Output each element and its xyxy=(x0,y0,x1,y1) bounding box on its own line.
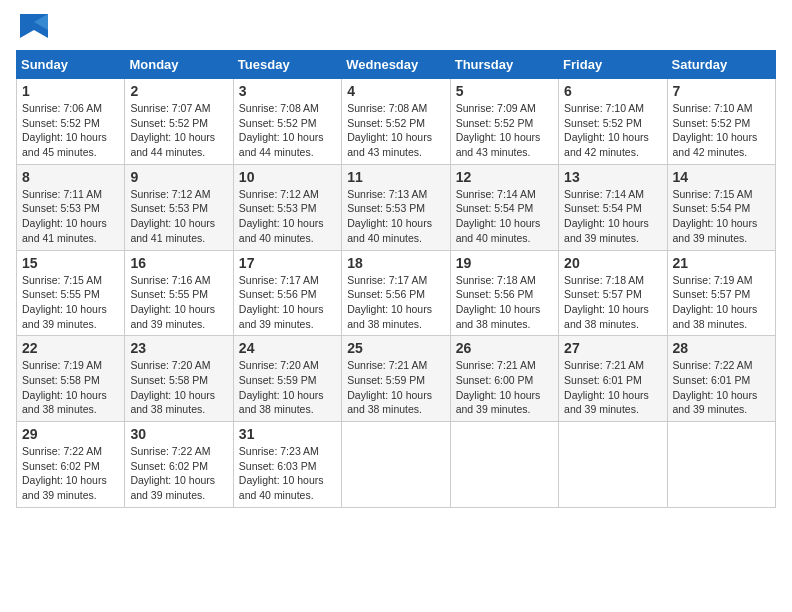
calendar-day-header: Sunday xyxy=(17,51,125,79)
logo xyxy=(16,16,52,40)
day-number: 27 xyxy=(564,340,661,356)
day-info: Sunrise: 7:18 AM Sunset: 5:57 PM Dayligh… xyxy=(564,274,649,330)
day-number: 28 xyxy=(673,340,770,356)
day-number: 24 xyxy=(239,340,336,356)
day-info: Sunrise: 7:08 AM Sunset: 5:52 PM Dayligh… xyxy=(347,102,432,158)
day-number: 3 xyxy=(239,83,336,99)
calendar-cell: 31 Sunrise: 7:23 AM Sunset: 6:03 PM Dayl… xyxy=(233,422,341,508)
day-number: 15 xyxy=(22,255,119,271)
calendar-cell: 20 Sunrise: 7:18 AM Sunset: 5:57 PM Dayl… xyxy=(559,250,667,336)
day-info: Sunrise: 7:12 AM Sunset: 5:53 PM Dayligh… xyxy=(130,188,215,244)
calendar-cell: 17 Sunrise: 7:17 AM Sunset: 5:56 PM Dayl… xyxy=(233,250,341,336)
calendar-day-header: Saturday xyxy=(667,51,775,79)
day-number: 10 xyxy=(239,169,336,185)
calendar-cell: 16 Sunrise: 7:16 AM Sunset: 5:55 PM Dayl… xyxy=(125,250,233,336)
day-info: Sunrise: 7:11 AM Sunset: 5:53 PM Dayligh… xyxy=(22,188,107,244)
calendar-cell xyxy=(667,422,775,508)
day-info: Sunrise: 7:17 AM Sunset: 5:56 PM Dayligh… xyxy=(239,274,324,330)
calendar-cell: 11 Sunrise: 7:13 AM Sunset: 5:53 PM Dayl… xyxy=(342,164,450,250)
day-info: Sunrise: 7:15 AM Sunset: 5:55 PM Dayligh… xyxy=(22,274,107,330)
day-number: 14 xyxy=(673,169,770,185)
calendar-header-row: SundayMondayTuesdayWednesdayThursdayFrid… xyxy=(17,51,776,79)
day-number: 7 xyxy=(673,83,770,99)
logo-icon xyxy=(16,12,52,40)
day-info: Sunrise: 7:21 AM Sunset: 6:01 PM Dayligh… xyxy=(564,359,649,415)
day-info: Sunrise: 7:13 AM Sunset: 5:53 PM Dayligh… xyxy=(347,188,432,244)
day-info: Sunrise: 7:17 AM Sunset: 5:56 PM Dayligh… xyxy=(347,274,432,330)
day-number: 12 xyxy=(456,169,553,185)
calendar-day-header: Friday xyxy=(559,51,667,79)
calendar-row: 22 Sunrise: 7:19 AM Sunset: 5:58 PM Dayl… xyxy=(17,336,776,422)
day-number: 6 xyxy=(564,83,661,99)
day-number: 16 xyxy=(130,255,227,271)
day-info: Sunrise: 7:12 AM Sunset: 5:53 PM Dayligh… xyxy=(239,188,324,244)
day-info: Sunrise: 7:10 AM Sunset: 5:52 PM Dayligh… xyxy=(673,102,758,158)
day-number: 29 xyxy=(22,426,119,442)
calendar-cell xyxy=(450,422,558,508)
calendar-cell: 29 Sunrise: 7:22 AM Sunset: 6:02 PM Dayl… xyxy=(17,422,125,508)
day-info: Sunrise: 7:18 AM Sunset: 5:56 PM Dayligh… xyxy=(456,274,541,330)
day-number: 2 xyxy=(130,83,227,99)
day-number: 9 xyxy=(130,169,227,185)
calendar-day-header: Thursday xyxy=(450,51,558,79)
day-info: Sunrise: 7:08 AM Sunset: 5:52 PM Dayligh… xyxy=(239,102,324,158)
calendar-cell: 6 Sunrise: 7:10 AM Sunset: 5:52 PM Dayli… xyxy=(559,79,667,165)
day-number: 31 xyxy=(239,426,336,442)
day-info: Sunrise: 7:15 AM Sunset: 5:54 PM Dayligh… xyxy=(673,188,758,244)
calendar-cell: 8 Sunrise: 7:11 AM Sunset: 5:53 PM Dayli… xyxy=(17,164,125,250)
day-info: Sunrise: 7:07 AM Sunset: 5:52 PM Dayligh… xyxy=(130,102,215,158)
day-number: 23 xyxy=(130,340,227,356)
calendar-cell: 21 Sunrise: 7:19 AM Sunset: 5:57 PM Dayl… xyxy=(667,250,775,336)
calendar-cell: 19 Sunrise: 7:18 AM Sunset: 5:56 PM Dayl… xyxy=(450,250,558,336)
day-info: Sunrise: 7:20 AM Sunset: 5:59 PM Dayligh… xyxy=(239,359,324,415)
day-info: Sunrise: 7:16 AM Sunset: 5:55 PM Dayligh… xyxy=(130,274,215,330)
day-info: Sunrise: 7:22 AM Sunset: 6:02 PM Dayligh… xyxy=(130,445,215,501)
calendar-cell xyxy=(342,422,450,508)
day-number: 19 xyxy=(456,255,553,271)
calendar-day-header: Wednesday xyxy=(342,51,450,79)
day-info: Sunrise: 7:21 AM Sunset: 5:59 PM Dayligh… xyxy=(347,359,432,415)
day-number: 30 xyxy=(130,426,227,442)
calendar-cell: 24 Sunrise: 7:20 AM Sunset: 5:59 PM Dayl… xyxy=(233,336,341,422)
calendar-cell: 14 Sunrise: 7:15 AM Sunset: 5:54 PM Dayl… xyxy=(667,164,775,250)
calendar-table: SundayMondayTuesdayWednesdayThursdayFrid… xyxy=(16,50,776,508)
day-info: Sunrise: 7:22 AM Sunset: 6:02 PM Dayligh… xyxy=(22,445,107,501)
calendar-cell: 7 Sunrise: 7:10 AM Sunset: 5:52 PM Dayli… xyxy=(667,79,775,165)
calendar-cell: 27 Sunrise: 7:21 AM Sunset: 6:01 PM Dayl… xyxy=(559,336,667,422)
day-number: 5 xyxy=(456,83,553,99)
day-number: 26 xyxy=(456,340,553,356)
calendar-cell: 3 Sunrise: 7:08 AM Sunset: 5:52 PM Dayli… xyxy=(233,79,341,165)
page-header xyxy=(16,16,776,40)
calendar-row: 15 Sunrise: 7:15 AM Sunset: 5:55 PM Dayl… xyxy=(17,250,776,336)
calendar-cell: 22 Sunrise: 7:19 AM Sunset: 5:58 PM Dayl… xyxy=(17,336,125,422)
day-number: 17 xyxy=(239,255,336,271)
day-info: Sunrise: 7:10 AM Sunset: 5:52 PM Dayligh… xyxy=(564,102,649,158)
calendar-day-header: Monday xyxy=(125,51,233,79)
calendar-row: 8 Sunrise: 7:11 AM Sunset: 5:53 PM Dayli… xyxy=(17,164,776,250)
calendar-cell: 23 Sunrise: 7:20 AM Sunset: 5:58 PM Dayl… xyxy=(125,336,233,422)
day-info: Sunrise: 7:19 AM Sunset: 5:57 PM Dayligh… xyxy=(673,274,758,330)
calendar-cell: 1 Sunrise: 7:06 AM Sunset: 5:52 PM Dayli… xyxy=(17,79,125,165)
day-number: 13 xyxy=(564,169,661,185)
calendar-cell: 18 Sunrise: 7:17 AM Sunset: 5:56 PM Dayl… xyxy=(342,250,450,336)
day-info: Sunrise: 7:06 AM Sunset: 5:52 PM Dayligh… xyxy=(22,102,107,158)
calendar-cell: 26 Sunrise: 7:21 AM Sunset: 6:00 PM Dayl… xyxy=(450,336,558,422)
calendar-cell: 5 Sunrise: 7:09 AM Sunset: 5:52 PM Dayli… xyxy=(450,79,558,165)
day-info: Sunrise: 7:09 AM Sunset: 5:52 PM Dayligh… xyxy=(456,102,541,158)
calendar-cell: 2 Sunrise: 7:07 AM Sunset: 5:52 PM Dayli… xyxy=(125,79,233,165)
day-number: 22 xyxy=(22,340,119,356)
calendar-cell: 4 Sunrise: 7:08 AM Sunset: 5:52 PM Dayli… xyxy=(342,79,450,165)
day-number: 4 xyxy=(347,83,444,99)
calendar-row: 29 Sunrise: 7:22 AM Sunset: 6:02 PM Dayl… xyxy=(17,422,776,508)
day-number: 8 xyxy=(22,169,119,185)
calendar-row: 1 Sunrise: 7:06 AM Sunset: 5:52 PM Dayli… xyxy=(17,79,776,165)
calendar-cell: 13 Sunrise: 7:14 AM Sunset: 5:54 PM Dayl… xyxy=(559,164,667,250)
day-number: 1 xyxy=(22,83,119,99)
day-number: 25 xyxy=(347,340,444,356)
day-info: Sunrise: 7:14 AM Sunset: 5:54 PM Dayligh… xyxy=(564,188,649,244)
day-info: Sunrise: 7:19 AM Sunset: 5:58 PM Dayligh… xyxy=(22,359,107,415)
calendar-cell: 15 Sunrise: 7:15 AM Sunset: 5:55 PM Dayl… xyxy=(17,250,125,336)
calendar-cell: 25 Sunrise: 7:21 AM Sunset: 5:59 PM Dayl… xyxy=(342,336,450,422)
calendar-day-header: Tuesday xyxy=(233,51,341,79)
day-info: Sunrise: 7:23 AM Sunset: 6:03 PM Dayligh… xyxy=(239,445,324,501)
